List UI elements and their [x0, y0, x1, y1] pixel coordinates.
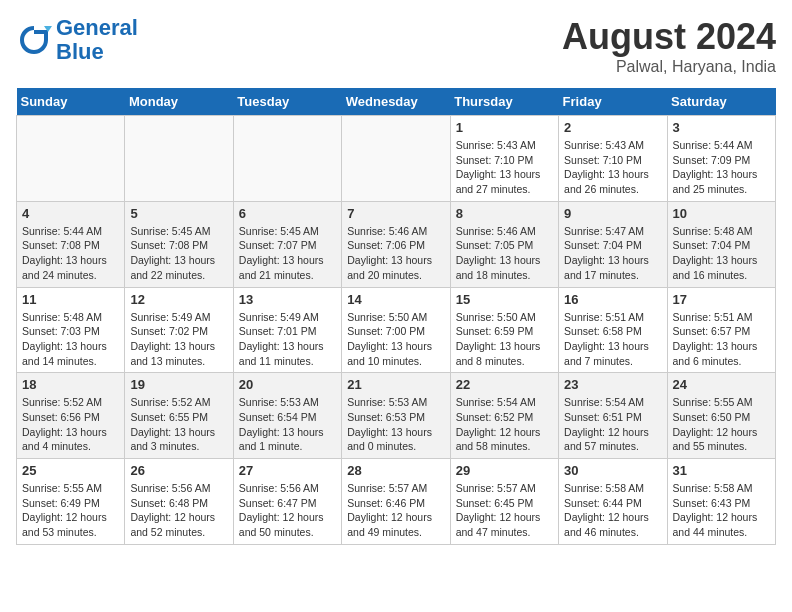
day-number: 5 [130, 206, 227, 221]
calendar-cell: 29Sunrise: 5:57 AM Sunset: 6:45 PM Dayli… [450, 459, 558, 545]
day-number: 13 [239, 292, 336, 307]
day-number: 31 [673, 463, 770, 478]
header-sunday: Sunday [17, 88, 125, 116]
day-number: 20 [239, 377, 336, 392]
calendar-cell: 16Sunrise: 5:51 AM Sunset: 6:58 PM Dayli… [559, 287, 667, 373]
day-info: Sunrise: 5:48 AM Sunset: 7:04 PM Dayligh… [673, 224, 770, 283]
day-info: Sunrise: 5:55 AM Sunset: 6:50 PM Dayligh… [673, 395, 770, 454]
day-info: Sunrise: 5:53 AM Sunset: 6:53 PM Dayligh… [347, 395, 444, 454]
calendar-cell [342, 116, 450, 202]
day-info: Sunrise: 5:54 AM Sunset: 6:52 PM Dayligh… [456, 395, 553, 454]
calendar-cell [125, 116, 233, 202]
day-info: Sunrise: 5:49 AM Sunset: 7:01 PM Dayligh… [239, 310, 336, 369]
title-block: August 2024 Palwal, Haryana, India [562, 16, 776, 76]
calendar-cell: 19Sunrise: 5:52 AM Sunset: 6:55 PM Dayli… [125, 373, 233, 459]
day-number: 21 [347, 377, 444, 392]
day-info: Sunrise: 5:57 AM Sunset: 6:45 PM Dayligh… [456, 481, 553, 540]
day-number: 28 [347, 463, 444, 478]
logo: General Blue [16, 16, 138, 64]
calendar-cell: 27Sunrise: 5:56 AM Sunset: 6:47 PM Dayli… [233, 459, 341, 545]
calendar-cell: 22Sunrise: 5:54 AM Sunset: 6:52 PM Dayli… [450, 373, 558, 459]
calendar-cell: 20Sunrise: 5:53 AM Sunset: 6:54 PM Dayli… [233, 373, 341, 459]
day-number: 2 [564, 120, 661, 135]
calendar-cell: 13Sunrise: 5:49 AM Sunset: 7:01 PM Dayli… [233, 287, 341, 373]
day-number: 29 [456, 463, 553, 478]
header-saturday: Saturday [667, 88, 775, 116]
day-info: Sunrise: 5:43 AM Sunset: 7:10 PM Dayligh… [564, 138, 661, 197]
day-info: Sunrise: 5:43 AM Sunset: 7:10 PM Dayligh… [456, 138, 553, 197]
calendar-cell: 3Sunrise: 5:44 AM Sunset: 7:09 PM Daylig… [667, 116, 775, 202]
day-info: Sunrise: 5:48 AM Sunset: 7:03 PM Dayligh… [22, 310, 119, 369]
calendar-cell [17, 116, 125, 202]
day-info: Sunrise: 5:56 AM Sunset: 6:48 PM Dayligh… [130, 481, 227, 540]
day-number: 9 [564, 206, 661, 221]
day-info: Sunrise: 5:47 AM Sunset: 7:04 PM Dayligh… [564, 224, 661, 283]
logo-text: General Blue [56, 16, 138, 64]
day-number: 23 [564, 377, 661, 392]
calendar-cell: 6Sunrise: 5:45 AM Sunset: 7:07 PM Daylig… [233, 201, 341, 287]
day-number: 3 [673, 120, 770, 135]
day-number: 16 [564, 292, 661, 307]
logo-line2: Blue [56, 39, 104, 64]
calendar-cell: 1Sunrise: 5:43 AM Sunset: 7:10 PM Daylig… [450, 116, 558, 202]
day-number: 12 [130, 292, 227, 307]
day-number: 4 [22, 206, 119, 221]
calendar-cell: 8Sunrise: 5:46 AM Sunset: 7:05 PM Daylig… [450, 201, 558, 287]
day-number: 19 [130, 377, 227, 392]
day-info: Sunrise: 5:58 AM Sunset: 6:43 PM Dayligh… [673, 481, 770, 540]
calendar-week-2: 4Sunrise: 5:44 AM Sunset: 7:08 PM Daylig… [17, 201, 776, 287]
day-info: Sunrise: 5:52 AM Sunset: 6:55 PM Dayligh… [130, 395, 227, 454]
day-number: 11 [22, 292, 119, 307]
day-info: Sunrise: 5:44 AM Sunset: 7:08 PM Dayligh… [22, 224, 119, 283]
calendar-cell: 31Sunrise: 5:58 AM Sunset: 6:43 PM Dayli… [667, 459, 775, 545]
calendar-cell: 9Sunrise: 5:47 AM Sunset: 7:04 PM Daylig… [559, 201, 667, 287]
day-info: Sunrise: 5:51 AM Sunset: 6:58 PM Dayligh… [564, 310, 661, 369]
day-number: 18 [22, 377, 119, 392]
calendar-cell: 15Sunrise: 5:50 AM Sunset: 6:59 PM Dayli… [450, 287, 558, 373]
day-number: 24 [673, 377, 770, 392]
calendar-cell: 18Sunrise: 5:52 AM Sunset: 6:56 PM Dayli… [17, 373, 125, 459]
calendar-cell: 26Sunrise: 5:56 AM Sunset: 6:48 PM Dayli… [125, 459, 233, 545]
calendar-cell: 2Sunrise: 5:43 AM Sunset: 7:10 PM Daylig… [559, 116, 667, 202]
day-info: Sunrise: 5:45 AM Sunset: 7:08 PM Dayligh… [130, 224, 227, 283]
calendar-cell: 17Sunrise: 5:51 AM Sunset: 6:57 PM Dayli… [667, 287, 775, 373]
calendar-week-1: 1Sunrise: 5:43 AM Sunset: 7:10 PM Daylig… [17, 116, 776, 202]
day-info: Sunrise: 5:53 AM Sunset: 6:54 PM Dayligh… [239, 395, 336, 454]
calendar-table: SundayMondayTuesdayWednesdayThursdayFrid… [16, 88, 776, 545]
day-number: 14 [347, 292, 444, 307]
calendar-cell: 12Sunrise: 5:49 AM Sunset: 7:02 PM Dayli… [125, 287, 233, 373]
day-number: 10 [673, 206, 770, 221]
logo-line1: General [56, 15, 138, 40]
calendar-cell: 25Sunrise: 5:55 AM Sunset: 6:49 PM Dayli… [17, 459, 125, 545]
calendar-cell: 4Sunrise: 5:44 AM Sunset: 7:08 PM Daylig… [17, 201, 125, 287]
day-info: Sunrise: 5:54 AM Sunset: 6:51 PM Dayligh… [564, 395, 661, 454]
day-info: Sunrise: 5:58 AM Sunset: 6:44 PM Dayligh… [564, 481, 661, 540]
calendar-header-row: SundayMondayTuesdayWednesdayThursdayFrid… [17, 88, 776, 116]
day-info: Sunrise: 5:46 AM Sunset: 7:06 PM Dayligh… [347, 224, 444, 283]
day-info: Sunrise: 5:55 AM Sunset: 6:49 PM Dayligh… [22, 481, 119, 540]
calendar-cell: 14Sunrise: 5:50 AM Sunset: 7:00 PM Dayli… [342, 287, 450, 373]
calendar-cell: 11Sunrise: 5:48 AM Sunset: 7:03 PM Dayli… [17, 287, 125, 373]
day-number: 6 [239, 206, 336, 221]
day-number: 26 [130, 463, 227, 478]
calendar-cell: 28Sunrise: 5:57 AM Sunset: 6:46 PM Dayli… [342, 459, 450, 545]
calendar-cell: 23Sunrise: 5:54 AM Sunset: 6:51 PM Dayli… [559, 373, 667, 459]
calendar-week-4: 18Sunrise: 5:52 AM Sunset: 6:56 PM Dayli… [17, 373, 776, 459]
day-number: 25 [22, 463, 119, 478]
calendar-cell [233, 116, 341, 202]
calendar-week-5: 25Sunrise: 5:55 AM Sunset: 6:49 PM Dayli… [17, 459, 776, 545]
header-tuesday: Tuesday [233, 88, 341, 116]
calendar-cell: 24Sunrise: 5:55 AM Sunset: 6:50 PM Dayli… [667, 373, 775, 459]
logo-icon [16, 22, 52, 58]
day-number: 15 [456, 292, 553, 307]
day-info: Sunrise: 5:44 AM Sunset: 7:09 PM Dayligh… [673, 138, 770, 197]
day-number: 22 [456, 377, 553, 392]
day-info: Sunrise: 5:45 AM Sunset: 7:07 PM Dayligh… [239, 224, 336, 283]
calendar-cell: 30Sunrise: 5:58 AM Sunset: 6:44 PM Dayli… [559, 459, 667, 545]
header-thursday: Thursday [450, 88, 558, 116]
day-number: 30 [564, 463, 661, 478]
header-wednesday: Wednesday [342, 88, 450, 116]
page-header: General Blue August 2024 Palwal, Haryana… [16, 16, 776, 76]
header-friday: Friday [559, 88, 667, 116]
day-number: 17 [673, 292, 770, 307]
